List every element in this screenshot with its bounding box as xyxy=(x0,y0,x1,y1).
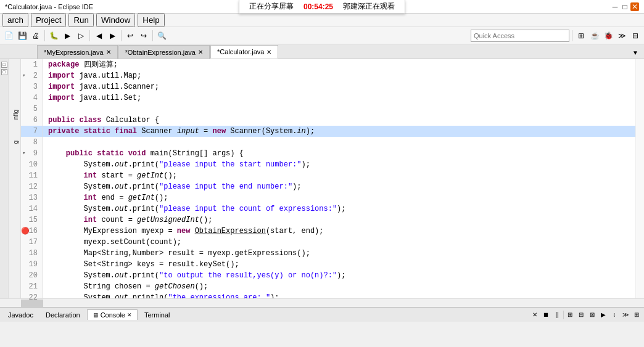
menu-run[interactable]: Run xyxy=(68,13,93,27)
tab-calculator-close[interactable]: ✕ xyxy=(266,49,271,55)
tab-calculator[interactable]: *Calculator.java ✕ xyxy=(210,45,278,59)
minimize-button[interactable]: ─ xyxy=(611,2,619,11)
code-line-21: String chosen = getChosen(); xyxy=(43,281,635,292)
bottom-sep xyxy=(563,311,564,319)
toolbar-btn-a[interactable]: ↩ xyxy=(124,30,136,42)
code-line-12: System.out.print("please input the end n… xyxy=(43,181,635,192)
tab-console-close[interactable]: ✕ xyxy=(127,312,132,318)
toolbar-sep-5 xyxy=(572,30,572,41)
g-label: g xyxy=(9,139,20,145)
back-button[interactable]: ◀ xyxy=(93,30,105,42)
config-label: nfig xyxy=(9,108,20,121)
bottom-btn-1[interactable]: ✕ xyxy=(530,310,540,320)
line-num-10: 10 xyxy=(21,159,43,170)
print-button[interactable]: 🖨 xyxy=(30,30,42,42)
code-line-15: int count = getUnsignedInt(); xyxy=(43,214,635,226)
code-line-2: import java.util.Map; xyxy=(43,70,635,81)
window-controls: ─ □ ✕ xyxy=(611,2,639,11)
tab-myexpression-label: *MyExpression.java xyxy=(44,49,104,56)
tab-declaration[interactable]: Declaration xyxy=(40,309,86,320)
tab-myexpression[interactable]: *MyExpression.java ✕ xyxy=(37,45,118,59)
code-line-1: package 四则运算; xyxy=(43,59,635,70)
line-num-7: 7 xyxy=(21,126,43,137)
menu-window[interactable]: Window xyxy=(96,13,135,27)
bottom-btn-2[interactable]: ⏹ xyxy=(541,310,551,320)
menu-help[interactable]: Help xyxy=(138,13,164,27)
line-num-16: 🔴 16 xyxy=(21,226,43,237)
bottom-toolbar: ✕ ⏹ || ⊞ ⊟ ⊠ ▶ ↕ ≫ ⊞ xyxy=(530,310,642,320)
line-num-12: 12 xyxy=(21,181,43,192)
editor-area: □ □ nfig g 1 ▾2 3 4 5 6 7 8 ▾9 10 11 12 … xyxy=(0,59,644,298)
debug-button[interactable]: 🐛 xyxy=(47,30,60,42)
code-line-9: public static void main(String[] args) { xyxy=(43,148,635,159)
tab-terminal-label: Terminal xyxy=(144,311,170,319)
app-title: *Calculator.java - Eclipse IDE xyxy=(5,3,93,10)
toolbar: 📄 💾 🖨 🐛 ▶ ▷ ◀ ▶ ↩ ↪ 🔍 ⊞ ☕ 🐞 ≫ ⊟ xyxy=(0,27,644,44)
screen-share-watcher: 郭建深正在观看 xyxy=(343,1,395,12)
run-button[interactable]: ▶ xyxy=(61,30,73,42)
tab-obtainexpression-close[interactable]: ✕ xyxy=(198,49,203,55)
collapse-btn-1[interactable]: □ xyxy=(1,62,7,68)
code-line-17: myexp.setCount(count); xyxy=(43,237,635,248)
toolbar-btn-b[interactable]: ↪ xyxy=(138,30,150,42)
code-line-8 xyxy=(43,137,635,148)
tab-right-btn[interactable]: ▼ xyxy=(629,46,642,59)
close-button[interactable]: ✕ xyxy=(630,2,639,11)
bottom-btn-8[interactable]: ↕ xyxy=(609,310,619,320)
tab-obtainexpression[interactable]: *ObtainExpression.java ✕ xyxy=(118,45,210,59)
java-button[interactable]: ☕ xyxy=(588,30,601,42)
code-line-13: int end = getInt(); xyxy=(43,192,635,203)
save-button[interactable]: 💾 xyxy=(16,30,28,42)
line-num-22: 22 xyxy=(21,292,43,303)
code-line-19: Set<String> keys = result.keySet(); xyxy=(43,259,635,270)
perspective-button[interactable]: ⊞ xyxy=(575,30,587,42)
bottom-btn-10[interactable]: ⊞ xyxy=(632,310,642,320)
screen-share-banner: 正在分享屏幕 00:54:25 郭建深正在观看 xyxy=(239,0,405,14)
tab-calculator-label: *Calculator.java xyxy=(217,48,264,55)
tab-console[interactable]: 🖥 Console ✕ xyxy=(87,309,138,320)
bottom-btn-9[interactable]: ≫ xyxy=(621,310,630,320)
code-line-10: System.out.print("please input the start… xyxy=(43,159,635,170)
bottom-btn-3[interactable]: || xyxy=(552,310,562,320)
line-num-11: 11 xyxy=(21,170,43,181)
code-line-22: System.out.println("the expressions are:… xyxy=(43,292,635,298)
tab-console-label: Console xyxy=(101,311,125,319)
collapse-btn-2[interactable]: □ xyxy=(1,69,7,75)
tab-obtainexpression-label: *ObtainExpression.java xyxy=(125,49,196,56)
menu-bar: arch Project Run Window Help xyxy=(0,14,644,27)
search-button[interactable]: 🔍 xyxy=(155,30,168,42)
tab-terminal[interactable]: Terminal xyxy=(139,309,176,320)
more-btn[interactable]: ≫ xyxy=(616,30,628,42)
bottom-btn-7[interactable]: ▶ xyxy=(598,310,608,320)
line-num-1: 1 xyxy=(21,59,43,70)
toolbar-sep-2 xyxy=(89,30,90,41)
line-num-6: 6 xyxy=(21,115,43,126)
console-icon: 🖥 xyxy=(93,312,99,319)
tab-javadoc[interactable]: Javadoc xyxy=(2,309,39,320)
tab-myexpression-close[interactable]: ✕ xyxy=(106,49,111,55)
code-editor[interactable]: package 四则运算; import java.util.Map; impo… xyxy=(43,59,635,298)
line-num-13: 13 xyxy=(21,192,43,203)
menu-arch[interactable]: arch xyxy=(2,13,28,27)
new-button[interactable]: 📄 xyxy=(2,30,15,42)
menu-project[interactable]: Project xyxy=(31,13,66,27)
line-numbers: 1 ▾2 3 4 5 6 7 8 ▾9 10 11 12 13 14 15 🔴 … xyxy=(21,59,43,298)
run2-button[interactable]: ▷ xyxy=(75,30,87,42)
bottom-btn-5[interactable]: ⊟ xyxy=(576,310,586,320)
maximize-button[interactable]: □ xyxy=(621,2,629,11)
h-scroll-bar[interactable] xyxy=(0,298,644,307)
layout-btn[interactable]: ⊟ xyxy=(629,30,642,42)
debug2-button[interactable]: 🐞 xyxy=(602,30,614,42)
tab-javadoc-label: Javadoc xyxy=(8,311,33,319)
bottom-btn-6[interactable]: ⊠ xyxy=(587,310,597,320)
toolbar-sep-3 xyxy=(121,30,122,41)
line-num-3: 3 xyxy=(21,81,43,92)
line-num-21: 21 xyxy=(21,281,43,292)
screen-share-timer: 00:54:25 xyxy=(303,2,333,11)
forward-button[interactable]: ▶ xyxy=(106,30,118,42)
code-line-16: MyExpression myexp = new ObtainExpressio… xyxy=(43,226,635,237)
quick-access-input[interactable] xyxy=(471,30,569,42)
code-line-7: private static final Scanner input = new… xyxy=(43,126,635,137)
code-line-5 xyxy=(43,104,635,115)
bottom-btn-4[interactable]: ⊞ xyxy=(565,310,575,320)
